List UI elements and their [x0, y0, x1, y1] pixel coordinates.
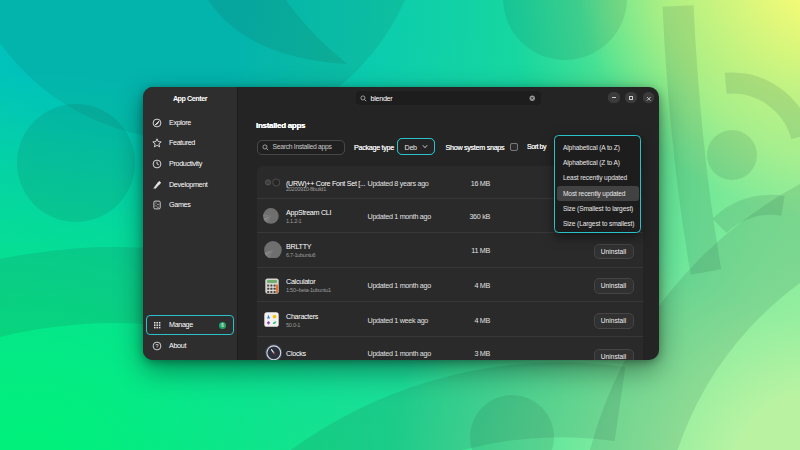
svg-text:?: ? — [156, 343, 159, 349]
